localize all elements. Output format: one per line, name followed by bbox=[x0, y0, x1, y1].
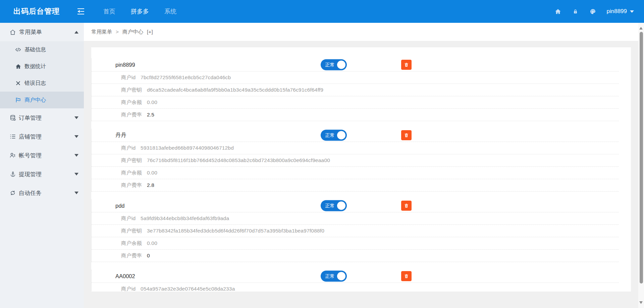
merchant-field-row: 商户密钥 76c716bd5f8116f1bb766d452d48c0853ab… bbox=[92, 154, 619, 167]
merchant-list-panel: pin8899 正常 商户id 7bcf8d27255f6581e8cb5c27… bbox=[91, 47, 631, 292]
field-label: 商户id bbox=[121, 74, 136, 81]
sync-icon bbox=[9, 189, 16, 197]
field-value: 3e77b8342fa185b34fed3dcb5d6f4dd26f6f70d7… bbox=[147, 228, 324, 234]
sidebar-submenu: 基础信息 数据统计 错误日志 商户中心 bbox=[0, 41, 84, 108]
sidebar-group-common-menu[interactable]: 常用菜单 bbox=[0, 23, 84, 41]
field-label: 商户余额 bbox=[121, 99, 142, 106]
merchant-cards: pin8899 正常 商户id 7bcf8d27255f6581e8cb5c27… bbox=[91, 58, 631, 292]
merchant-fields: 商户id 5931813afebed66b89744098046712bd 商户… bbox=[92, 142, 619, 192]
field-label: 商户费率 bbox=[121, 252, 142, 259]
status-toggle[interactable]: 正常 bbox=[321, 200, 347, 211]
merchant-card: pin8899 正常 商户id 7bcf8d27255f6581e8cb5c27… bbox=[91, 58, 619, 121]
merchant-field-row: 商户id 7bcf8d27255f6581e8cb5c27cda046cb bbox=[92, 71, 619, 84]
theme-palette-icon[interactable] bbox=[589, 8, 596, 15]
merchant-field-row: 商户余额 0.00 bbox=[92, 96, 619, 109]
add-tab-button[interactable]: [+] bbox=[147, 29, 153, 35]
breadcrumb-current[interactable]: 商户中心 bbox=[122, 29, 143, 36]
scrollbar-thumb[interactable] bbox=[640, 32, 643, 284]
status-toggle[interactable]: 正常 bbox=[321, 59, 347, 70]
sidebar-item-account-mgmt[interactable]: 帐号管理 bbox=[0, 146, 84, 165]
field-value: 2.8 bbox=[147, 182, 154, 188]
status-toggle-knob bbox=[337, 202, 345, 210]
field-label: 商户id bbox=[121, 286, 136, 292]
field-label: 商户id bbox=[121, 215, 136, 222]
field-label: 商户费率 bbox=[121, 111, 142, 118]
chevron-down-icon bbox=[74, 173, 78, 175]
merchant-card: 丹丹 正常 商户id 5931813afebed66b8974409804671… bbox=[91, 129, 619, 192]
trash-icon bbox=[404, 203, 409, 208]
delete-merchant-button[interactable] bbox=[401, 60, 412, 70]
flag-icon bbox=[14, 96, 22, 104]
top-navbar: 出码后台管理 首页 拼多多 系统 bbox=[0, 0, 644, 23]
merchant-name: AA0002 bbox=[115, 273, 135, 279]
home-icon[interactable] bbox=[554, 8, 561, 15]
app-brand: 出码后台管理 bbox=[0, 6, 76, 16]
merchant-fields: 商户id 5a9fd9b344ebcb8b34fe6daf63fb9ada 商户… bbox=[92, 212, 619, 262]
merchant-name: pdd bbox=[115, 203, 125, 209]
field-label: 商户密钥 bbox=[121, 157, 142, 164]
home-filled-icon bbox=[14, 63, 22, 70]
trash-icon bbox=[404, 133, 409, 138]
lock-icon[interactable] bbox=[572, 8, 579, 15]
merchant-field-row: 商户费率 0 bbox=[92, 250, 619, 262]
main-menu: 首页 拼多多 系统 bbox=[103, 7, 176, 15]
chevron-down-icon bbox=[74, 154, 78, 157]
field-label: 商户id bbox=[121, 145, 136, 152]
field-label: 商户密钥 bbox=[121, 227, 142, 235]
sidebar-item-merchant-center[interactable]: 商户中心 bbox=[0, 92, 84, 108]
scroll-up-arrow-icon[interactable] bbox=[639, 27, 643, 30]
x-icon bbox=[14, 80, 22, 87]
code-icon bbox=[14, 46, 22, 53]
user-menu[interactable]: pin8899 bbox=[606, 8, 634, 15]
sidebar-item-order-mgmt[interactable]: 订单管理 bbox=[0, 108, 84, 127]
status-toggle-label: 正常 bbox=[325, 203, 335, 209]
sidebar-item-error-log[interactable]: 错误日志 bbox=[0, 75, 84, 92]
merchant-field-row: 商户密钥 3e77b8342fa185b34fed3dcb5d6f4dd26f6… bbox=[92, 225, 619, 237]
trash-icon bbox=[404, 62, 409, 67]
status-toggle-knob bbox=[337, 61, 345, 69]
field-label: 商户余额 bbox=[121, 240, 142, 247]
merchant-card: AA0002 正常 商户id 054a957ae32e3de076445e5c0… bbox=[91, 270, 619, 292]
merchant-card: pdd 正常 商户id 5a9fd9b344ebcb8b34fe6daf63fb… bbox=[91, 199, 619, 262]
scroll-down-arrow-icon[interactable] bbox=[639, 301, 643, 304]
delete-merchant-button[interactable] bbox=[401, 271, 412, 281]
merchant-field-row: 商户id 5931813afebed66b89744098046712bd bbox=[92, 142, 619, 154]
merchant-card-header: AA0002 正常 bbox=[92, 270, 619, 283]
delete-merchant-button[interactable] bbox=[401, 130, 412, 140]
sidebar-item-shop-mgmt[interactable]: 店铺管理 bbox=[0, 127, 84, 146]
main-content: 常用菜单 > 商户中心 [+] pin8899 正常 bbox=[84, 23, 638, 308]
chevron-down-icon bbox=[74, 192, 78, 194]
merchant-field-row: 商户余额 0.00 bbox=[92, 237, 619, 250]
status-toggle-label: 正常 bbox=[325, 132, 335, 139]
sidebar-item-auto-task[interactable]: 自动任务 bbox=[0, 184, 84, 202]
status-toggle[interactable]: 正常 bbox=[321, 271, 347, 282]
merchant-field-row: 商户余额 0.00 bbox=[92, 167, 619, 179]
chevron-down-icon bbox=[74, 135, 78, 138]
nav-item-system[interactable]: 系统 bbox=[164, 7, 176, 15]
sidebar-collapse-icon[interactable] bbox=[76, 7, 85, 15]
sidebar-item-basic-info[interactable]: 基础信息 bbox=[0, 41, 84, 58]
merchant-field-row: 商户id 054a957ae32e3de076445e5c08da233a bbox=[92, 283, 619, 292]
merchant-name: pin8899 bbox=[115, 62, 135, 68]
merchant-name: 丹丹 bbox=[115, 132, 126, 139]
breadcrumb-root[interactable]: 常用菜单 bbox=[91, 29, 112, 36]
breadcrumb: 常用菜单 > 商户中心 [+] bbox=[84, 23, 638, 41]
anchor-icon bbox=[9, 170, 16, 178]
delete-merchant-button[interactable] bbox=[401, 201, 412, 211]
navbar-right: pin8899 bbox=[554, 8, 644, 15]
trash-icon bbox=[404, 273, 409, 279]
merchant-fields: 商户id 7bcf8d27255f6581e8cb5c27cda046cb 商户… bbox=[92, 71, 619, 121]
merchant-fields: 商户id 054a957ae32e3de076445e5c08da233a bbox=[92, 283, 619, 292]
field-value: 0.00 bbox=[147, 240, 157, 246]
field-value: 5931813afebed66b89744098046712bd bbox=[141, 145, 234, 151]
merchant-field-row: 商户费率 2.5 bbox=[92, 109, 619, 121]
sidebar-item-withdraw-mgmt[interactable]: 提现管理 bbox=[0, 165, 84, 184]
field-value: 0.00 bbox=[147, 99, 157, 105]
sidebar-item-data-stats[interactable]: 数据统计 bbox=[0, 58, 84, 75]
nav-item-pinduoduo[interactable]: 拼多多 bbox=[131, 7, 149, 15]
sidebar-group-label: 常用菜单 bbox=[19, 28, 42, 36]
nav-item-home[interactable]: 首页 bbox=[103, 7, 115, 15]
field-value: 0 bbox=[147, 253, 150, 259]
status-toggle[interactable]: 正常 bbox=[321, 130, 347, 141]
list-icon bbox=[9, 133, 16, 140]
